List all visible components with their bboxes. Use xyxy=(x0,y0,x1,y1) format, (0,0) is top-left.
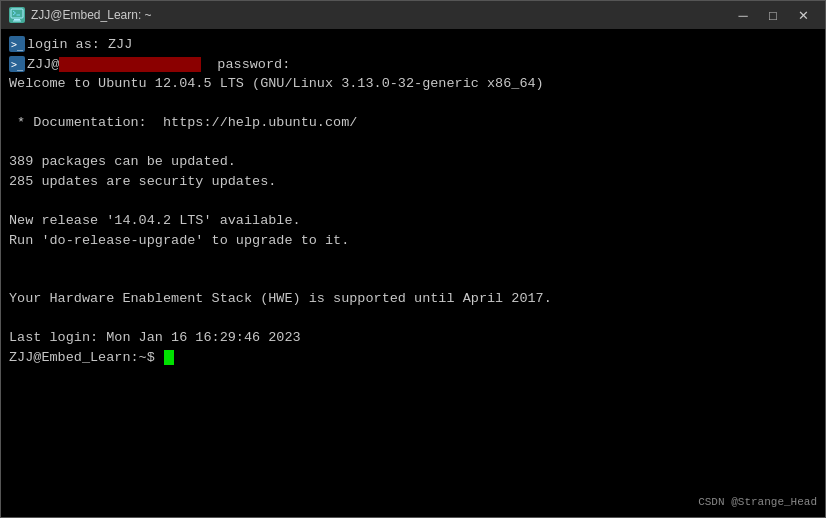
line-blank3 xyxy=(9,192,817,212)
line-welcome: Welcome to Ubuntu 12.04.5 LTS (GNU/Linux… xyxy=(9,74,817,94)
line-doc: * Documentation: https://help.ubuntu.com… xyxy=(9,113,817,133)
terminal-icon-2: >_ xyxy=(9,56,25,72)
titlebar-left: ZJJ@Embed_Learn: ~ xyxy=(9,7,152,23)
cursor-block xyxy=(164,350,174,365)
maximize-button[interactable]: □ xyxy=(759,5,787,25)
line-pkg: 389 packages can be updated. xyxy=(9,152,817,172)
minimize-button[interactable]: ─ xyxy=(729,5,757,25)
svg-text:>_: >_ xyxy=(11,39,24,51)
close-button[interactable]: ✕ xyxy=(789,5,817,25)
line-blank1 xyxy=(9,94,817,114)
line-blank4 xyxy=(9,250,817,270)
window-title: ZJJ@Embed_Learn: ~ xyxy=(31,8,152,22)
line-hwe: Your Hardware Enablement Stack (HWE) is … xyxy=(9,289,817,309)
svg-rect-2 xyxy=(13,21,21,22)
window-controls[interactable]: ─ □ ✕ xyxy=(729,5,817,25)
line-blank6 xyxy=(9,309,817,329)
line-blank2 xyxy=(9,133,817,153)
line-newrelease2: Run 'do-release-upgrade' to upgrade to i… xyxy=(9,231,817,251)
line-password: >_ ZJJ@ password: xyxy=(9,55,817,75)
line-newrelease1: New release '14.04.2 LTS' available. xyxy=(9,211,817,231)
watermark: CSDN @Strange_Head xyxy=(698,495,817,511)
svg-rect-0 xyxy=(11,9,23,18)
svg-rect-1 xyxy=(14,19,20,21)
line-sec: 285 updates are security updates. xyxy=(9,172,817,192)
terminal-body[interactable]: >_ login as: ZJJ >_ ZJJ@ password: Welco… xyxy=(1,29,825,517)
svg-text:>_: >_ xyxy=(11,59,24,71)
titlebar: ZJJ@Embed_Learn: ~ ─ □ ✕ xyxy=(1,1,825,29)
line-login: >_ login as: ZJJ xyxy=(9,35,817,55)
terminal-icon-1: >_ xyxy=(9,36,25,52)
line-blank5 xyxy=(9,270,817,290)
terminal-window: ZJJ@Embed_Learn: ~ ─ □ ✕ >_ login as: ZJ… xyxy=(0,0,826,518)
app-icon xyxy=(9,7,25,23)
line-lastlogin: Last login: Mon Jan 16 16:29:46 2023 xyxy=(9,328,817,348)
line-prompt: ZJJ@Embed_Learn:~$ xyxy=(9,348,817,368)
